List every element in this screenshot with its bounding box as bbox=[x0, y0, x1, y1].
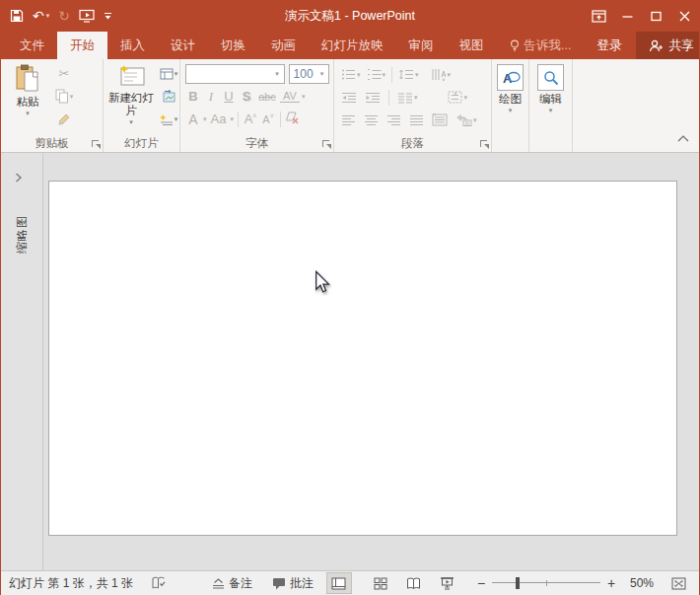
convert-smartart-button[interactable]: ▾ bbox=[454, 113, 479, 126]
numbering-button[interactable]: ▾ bbox=[365, 68, 388, 81]
tab-tell-me[interactable]: 告诉我... bbox=[497, 32, 585, 59]
bullets-button[interactable]: ▾ bbox=[339, 68, 363, 81]
normal-view-button[interactable] bbox=[326, 572, 352, 594]
slideshow-view-button[interactable] bbox=[435, 572, 460, 594]
decrease-indent-button[interactable] bbox=[339, 92, 359, 104]
text-shadow-button[interactable]: S bbox=[239, 89, 254, 104]
section-caret-icon: ▾ bbox=[175, 115, 178, 123]
clear-formatting-button[interactable] bbox=[285, 111, 300, 128]
comments-button[interactable]: 批注 bbox=[272, 575, 314, 592]
justify-button[interactable] bbox=[407, 114, 426, 126]
notes-button[interactable]: 备注 bbox=[212, 575, 252, 592]
reset-slide-icon bbox=[162, 90, 175, 103]
maximize-button[interactable] bbox=[642, 0, 670, 32]
tab-slideshow[interactable]: 幻灯片放映 bbox=[309, 32, 396, 59]
spell-check-button[interactable] bbox=[151, 576, 167, 590]
tab-animations[interactable]: 动画 bbox=[258, 32, 309, 59]
editing-button[interactable]: 编辑 ▾ bbox=[534, 62, 567, 135]
workspace: 缩略图 bbox=[1, 153, 699, 570]
thumbnail-pane-collapsed[interactable]: 缩略图 bbox=[1, 153, 43, 570]
sign-in-button[interactable]: 登录 bbox=[584, 32, 634, 59]
group-font: ▾ 100 ▾ B I U S abc AV ▾ bbox=[180, 59, 334, 152]
change-case-button[interactable]: Aa bbox=[209, 112, 229, 126]
reading-view-button[interactable] bbox=[401, 572, 427, 594]
ribbon-display-options-button[interactable] bbox=[585, 0, 613, 32]
bullets-caret-icon: ▾ bbox=[357, 71, 361, 79]
layout-button[interactable]: ▾ bbox=[158, 63, 179, 84]
close-button[interactable] bbox=[670, 0, 699, 32]
bold-button[interactable]: B bbox=[185, 89, 201, 104]
clear-formatting-icon bbox=[285, 112, 300, 124]
zoom-level[interactable]: 50% bbox=[630, 576, 654, 590]
tab-view[interactable]: 视图 bbox=[447, 32, 497, 59]
format-painter-button[interactable] bbox=[53, 109, 75, 129]
new-slide-button[interactable]: 新建幻灯片 ▾ bbox=[106, 62, 156, 135]
tab-review[interactable]: 审阅 bbox=[396, 32, 447, 59]
align-left-button[interactable] bbox=[339, 114, 358, 126]
collapse-ribbon-button[interactable] bbox=[677, 128, 689, 146]
font-size-combobox[interactable]: 100 ▾ bbox=[289, 64, 329, 84]
fit-slide-to-window-button[interactable] bbox=[665, 572, 691, 594]
format-painter-icon bbox=[57, 112, 71, 126]
tab-file[interactable]: 文件 bbox=[7, 32, 57, 59]
undo-button[interactable]: ↶▾ bbox=[33, 8, 49, 24]
slide[interactable] bbox=[48, 181, 677, 536]
paragraph-dialog-launcher-icon[interactable] bbox=[480, 140, 489, 149]
text-direction-button[interactable]: ▾ bbox=[429, 68, 454, 81]
align-text-icon bbox=[448, 91, 463, 104]
font-name-caret-icon: ▾ bbox=[271, 70, 284, 78]
zoom-out-button[interactable]: − bbox=[474, 575, 488, 591]
tab-home[interactable]: 开始 bbox=[57, 32, 107, 59]
paste-icon bbox=[15, 64, 40, 94]
font-size-value: 100 bbox=[290, 67, 315, 81]
comments-icon bbox=[272, 577, 286, 590]
align-text-button[interactable]: ▾ bbox=[446, 91, 470, 104]
shrink-font-button[interactable]: A˅ bbox=[260, 112, 276, 125]
zoom-slider[interactable] bbox=[492, 576, 600, 590]
tab-insert[interactable]: 插入 bbox=[107, 32, 158, 59]
quick-access-toolbar: ↶▾ ↻ bbox=[10, 8, 112, 24]
columns-icon bbox=[397, 92, 413, 104]
align-right-button[interactable] bbox=[385, 114, 403, 126]
italic-button[interactable]: I bbox=[203, 89, 219, 105]
clipboard-dialog-launcher-icon[interactable] bbox=[92, 140, 101, 149]
minimize-button[interactable] bbox=[613, 0, 642, 32]
title-bar: ↶▾ ↻ 演示文稿1 - PowerPoint bbox=[1, 0, 699, 32]
underline-button[interactable]: U bbox=[221, 89, 237, 104]
font-color-caret-icon: ▾ bbox=[203, 115, 207, 123]
character-spacing-button[interactable]: AV bbox=[280, 90, 300, 103]
lightbulb-icon bbox=[510, 39, 520, 52]
cut-button[interactable]: ✂ bbox=[53, 63, 75, 84]
section-button[interactable]: ▾ bbox=[158, 109, 179, 129]
drawing-caret-icon: ▾ bbox=[509, 107, 513, 114]
reset-slide-button[interactable] bbox=[158, 86, 179, 107]
redo-button[interactable]: ↻ bbox=[58, 8, 70, 24]
zoom-in-button[interactable]: + bbox=[604, 575, 618, 591]
drawing-button[interactable]: A 绘图 ▾ bbox=[494, 62, 526, 135]
align-center-button[interactable] bbox=[362, 114, 381, 126]
font-dialog-launcher-icon[interactable] bbox=[322, 140, 331, 149]
zoom-slider-handle[interactable] bbox=[516, 577, 520, 589]
strikethrough-button[interactable]: abc bbox=[256, 91, 278, 103]
paste-button[interactable]: 粘贴 ▾ bbox=[4, 62, 51, 135]
distribute-text-button[interactable] bbox=[430, 113, 450, 126]
customize-qat-button[interactable] bbox=[104, 12, 112, 21]
save-icon[interactable] bbox=[10, 9, 24, 23]
slide-canvas bbox=[43, 153, 699, 570]
increase-indent-button[interactable] bbox=[363, 92, 383, 104]
slide-sorter-view-button[interactable] bbox=[368, 572, 393, 594]
align-text-caret-icon: ▾ bbox=[464, 94, 468, 102]
font-color-button[interactable]: A bbox=[185, 112, 201, 127]
copy-button[interactable]: ▾ bbox=[53, 86, 75, 107]
grow-font-button[interactable]: A˄ bbox=[243, 112, 258, 126]
expand-pane-chevron-icon[interactable] bbox=[15, 169, 23, 186]
tab-transitions[interactable]: 切换 bbox=[208, 32, 258, 59]
line-spacing-button[interactable]: ▾ bbox=[396, 68, 421, 81]
start-slideshow-button[interactable] bbox=[79, 9, 95, 23]
columns-button[interactable]: ▾ bbox=[395, 92, 420, 104]
font-size-caret-icon: ▾ bbox=[315, 70, 328, 78]
share-button[interactable]: 共享 bbox=[636, 32, 700, 59]
cut-icon: ✂ bbox=[59, 66, 70, 81]
font-name-combobox[interactable]: ▾ bbox=[185, 64, 285, 84]
tab-design[interactable]: 设计 bbox=[158, 32, 208, 59]
